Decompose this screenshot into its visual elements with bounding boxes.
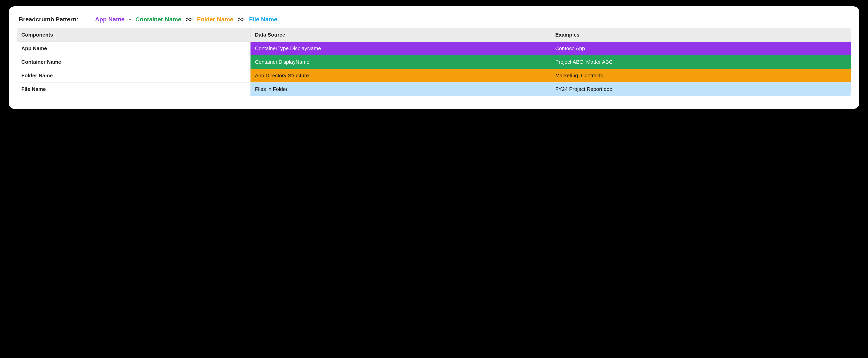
- cell-example-app: Contoso App: [551, 42, 851, 55]
- cell-datasource-file: Files in Folder: [250, 83, 551, 96]
- cell-datasource-container: Container.DisplayName: [250, 55, 551, 69]
- cell-example-file: FY24 Project Report.doc: [551, 83, 851, 96]
- header-examples: Examples: [551, 28, 851, 42]
- cell-example-container: Project ABC, Matter ABC: [551, 55, 851, 69]
- cell-datasource-folder: App Directory Structure: [250, 69, 551, 83]
- pattern-segment-app: App Name: [95, 16, 124, 23]
- cell-component-folder: Folder Name: [17, 69, 250, 83]
- pattern-separator-chevron-1: >>: [186, 16, 193, 23]
- table-row-file: File Name Files in Folder FY24 Project R…: [17, 83, 851, 96]
- cell-example-folder: Marketing, Contracts: [551, 69, 851, 83]
- header-data-source: Data Source: [250, 28, 551, 42]
- pattern-segment-container: Container Name: [135, 16, 181, 23]
- table-row-app: App Name ContainerType.DisplayName Conto…: [17, 42, 851, 55]
- cell-component-app: App Name: [17, 42, 250, 55]
- pattern-label: Breadcrumb Pattern:: [19, 16, 78, 23]
- pattern-separator-chevron-2: >>: [238, 16, 245, 23]
- breadcrumb-pattern-card: Breadcrumb Pattern: App Name - Container…: [9, 6, 859, 109]
- pattern-segment-file: File Name: [249, 16, 277, 23]
- table-row-folder: Folder Name App Directory Structure Mark…: [17, 69, 851, 83]
- cell-component-file: File Name: [17, 83, 250, 96]
- table-header-row: Components Data Source Examples: [17, 28, 851, 42]
- pattern-separator-dash: -: [129, 16, 131, 23]
- cell-component-container: Container Name: [17, 55, 250, 69]
- breadcrumb-components-table: Components Data Source Examples App Name…: [17, 28, 851, 96]
- table-row-container: Container Name Container.DisplayName Pro…: [17, 55, 851, 69]
- pattern-segment-folder: Folder Name: [197, 16, 234, 23]
- cell-datasource-app: ContainerType.DisplayName: [250, 42, 551, 55]
- breadcrumb-pattern-row: Breadcrumb Pattern: App Name - Container…: [17, 16, 851, 28]
- header-components: Components: [17, 28, 250, 42]
